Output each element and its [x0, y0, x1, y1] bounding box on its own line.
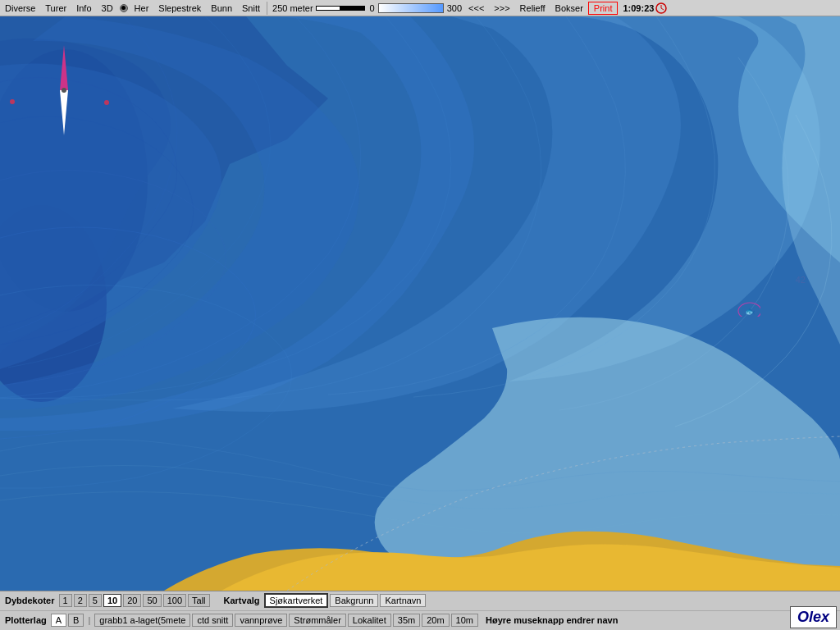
kartvalg-label: Kartvalg — [224, 596, 260, 605]
depth-btn-tall[interactable]: Tall — [188, 594, 210, 607]
plotterlag-item-grabb[interactable]: grabb1 a-laget(5mete — [94, 614, 190, 627]
depth-end: 300 — [447, 3, 462, 13]
plotterlag-item-stromm[interactable]: Strømmåler — [289, 614, 345, 627]
plotterlag-tab-b[interactable]: B — [68, 614, 84, 627]
depth-btn-1[interactable]: 1 — [59, 594, 72, 607]
plotterlag-item-20m[interactable]: 20m — [422, 614, 449, 627]
fish-marker: 🐟 — [737, 302, 760, 317]
toolbar-btn-info[interactable]: Info — [71, 2, 96, 14]
depth-start: 0 — [370, 3, 375, 13]
toolbar-btn-her[interactable]: Her — [130, 2, 154, 14]
bottom-row-2: Plotterlag A B | grabb1 a-laget(5mete ct… — [0, 611, 840, 630]
plotterlag-label: Plotterlag — [5, 615, 47, 625]
map-svg — [0, 16, 840, 591]
bottom-row-1: Dybdekoter 1 2 5 10 20 50 100 Tall Kartv… — [0, 591, 840, 611]
toolbar-btn-relieff[interactable]: Relieff — [515, 2, 550, 14]
svg-line-2 — [661, 8, 664, 10]
bottom-panel: Dybdekoter 1 2 5 10 20 50 100 Tall Kartv… — [0, 591, 840, 630]
toolbar-btn-nav-back[interactable]: <<< — [463, 2, 489, 14]
scale-bar: 250 meter — [272, 3, 365, 13]
toolbar-time: 1:09:23 — [623, 3, 654, 13]
radio-indicator — [120, 4, 128, 12]
depth-btn-100[interactable]: 100 — [163, 594, 186, 607]
scale-label: 250 meter — [272, 3, 313, 13]
depth-btn-50[interactable]: 50 — [143, 594, 161, 607]
plotterlag-item-lokalitet[interactable]: Lokalitet — [348, 614, 391, 627]
toolbar-btn-print[interactable]: Print — [588, 2, 619, 15]
depth-gradient — [378, 3, 444, 13]
scale-bar-visual — [316, 6, 365, 11]
plotterlag-item-35m[interactable]: 35m — [393, 614, 420, 627]
depth-label-42: 42 — [796, 275, 806, 285]
toolbar-btn-nav-fwd[interactable]: >>> — [489, 2, 514, 14]
olex-logo: Olex — [790, 606, 837, 628]
toolbar: Diverse Turer Info 3D Her Slepestrek Bun… — [0, 0, 840, 16]
svg-point-10 — [62, 88, 66, 93]
north-arrow-svg — [56, 41, 72, 139]
svg-point-7 — [104, 100, 109, 105]
toolbar-btn-slepestrek[interactable]: Slepestrek — [153, 2, 206, 14]
kartvalg-sjokartverket[interactable]: Sjøkartverket — [264, 593, 329, 608]
kartvalg-bakgrunn[interactable]: Bakgrunn — [330, 594, 378, 607]
plotterlag-separator: | — [88, 615, 90, 625]
toolbar-btn-bunn[interactable]: Bunn — [206, 2, 237, 14]
svg-text:🐟: 🐟 — [745, 306, 756, 317]
plotterlag-item-ctd[interactable]: ctd snitt — [192, 614, 233, 627]
map-area[interactable]: 42 🐟 — [0, 16, 840, 591]
toolbar-btn-3d[interactable]: 3D — [97, 2, 118, 14]
plotterlag-tab-a[interactable]: A — [51, 614, 66, 627]
toolbar-btn-snitt[interactable]: Snitt — [237, 2, 265, 14]
svg-marker-8 — [60, 45, 68, 90]
depth-btn-10[interactable]: 10 — [103, 594, 121, 607]
toolbar-btn-turer[interactable]: Turer — [40, 2, 71, 14]
north-arrow — [56, 41, 72, 139]
plotterlag-item-10m[interactable]: 10m — [451, 614, 478, 627]
depth-btn-2[interactable]: 2 — [74, 594, 87, 607]
depth-btn-20[interactable]: 20 — [123, 594, 141, 607]
depth-btn-5[interactable]: 5 — [89, 594, 102, 607]
status-text: Høyre museknapp endrer navn — [486, 615, 618, 625]
svg-marker-9 — [60, 90, 68, 135]
toolbar-btn-diverse[interactable]: Diverse — [0, 2, 40, 14]
kartvalg-kartnavn[interactable]: Kartnavn — [380, 594, 426, 607]
svg-point-6 — [10, 99, 15, 104]
clock-icon — [655, 2, 667, 14]
dybdekoter-label: Dybdekoter — [5, 596, 55, 605]
plotterlag-item-vannprove[interactable]: vannprøve — [235, 614, 287, 627]
toolbar-btn-bokser[interactable]: Bokser — [550, 2, 588, 14]
separator-1 — [267, 2, 267, 15]
